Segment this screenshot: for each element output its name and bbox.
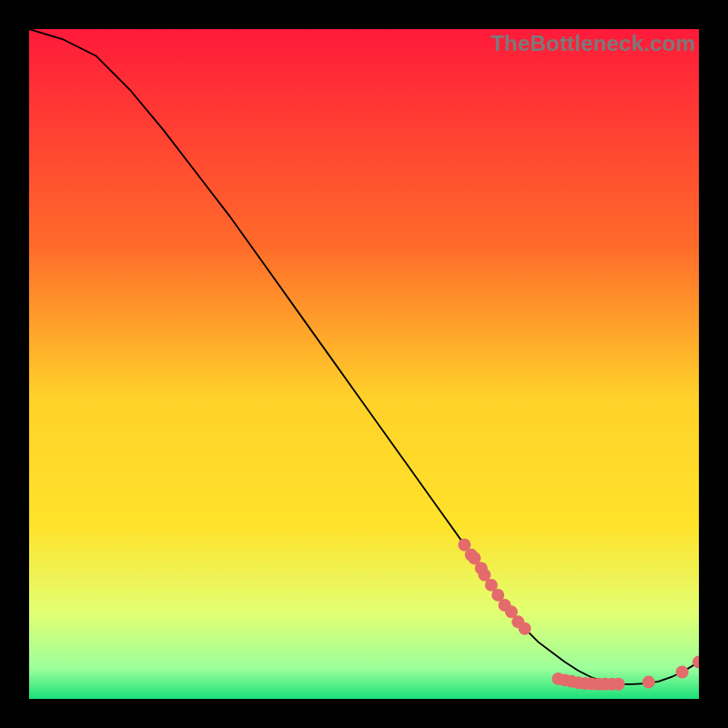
data-marker xyxy=(676,666,689,679)
plot-area: TheBottleneck.com xyxy=(29,29,699,699)
bottleneck-curve xyxy=(29,29,699,684)
data-markers xyxy=(458,539,699,691)
chart-root: TheBottleneck.com xyxy=(0,0,728,728)
overlay-svg xyxy=(29,29,699,699)
data-marker xyxy=(612,678,625,691)
data-marker xyxy=(642,676,655,689)
watermark-text: TheBottleneck.com xyxy=(490,31,695,56)
data-marker xyxy=(519,622,531,635)
data-marker xyxy=(693,656,699,669)
